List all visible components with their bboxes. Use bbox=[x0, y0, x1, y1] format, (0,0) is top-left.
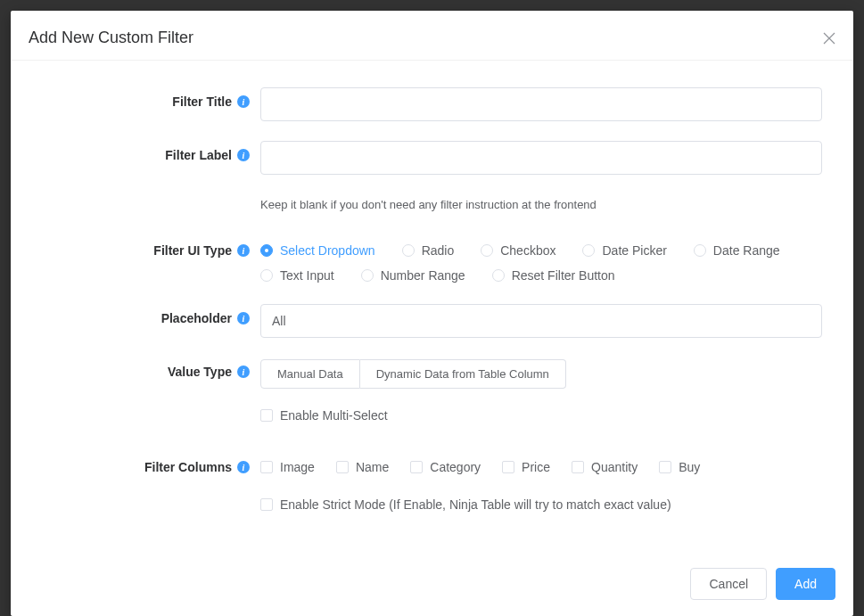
radio-checkbox[interactable]: Checkbox bbox=[481, 243, 555, 258]
checkbox-icon bbox=[260, 498, 273, 511]
filter-label-input[interactable] bbox=[260, 141, 822, 175]
row-filter-title: Filter Title i bbox=[42, 87, 822, 121]
label-ui-type: Filter UI Type i bbox=[42, 236, 260, 258]
row-filter-columns: Filter Columns i Image Name Category bbox=[42, 453, 822, 474]
info-icon[interactable]: i bbox=[237, 149, 250, 161]
label-filter-columns: Filter Columns i bbox=[42, 453, 260, 474]
info-icon[interactable]: i bbox=[237, 244, 250, 257]
add-button[interactable]: Add bbox=[776, 568, 835, 600]
checkbox-icon bbox=[410, 461, 423, 473]
column-category-checkbox[interactable]: Category bbox=[410, 460, 481, 474]
value-type-manual-button[interactable]: Manual Data bbox=[260, 359, 360, 389]
checkbox-icon bbox=[659, 461, 671, 473]
cancel-button[interactable]: Cancel bbox=[690, 568, 767, 600]
radio-circle-icon bbox=[402, 244, 415, 257]
row-strict-mode: Enable Strict Mode (If Enable, Ninja Tab… bbox=[42, 497, 822, 512]
radio-date-range[interactable]: Date Range bbox=[694, 243, 780, 258]
radio-select-dropdown[interactable]: Select Dropdown bbox=[260, 243, 375, 258]
label-filter-title: Filter Title i bbox=[42, 87, 260, 109]
column-price-checkbox[interactable]: Price bbox=[502, 460, 550, 474]
filter-label-help: Keep it blank if you don't need any filt… bbox=[260, 198, 822, 211]
radio-circle-icon bbox=[694, 244, 706, 257]
radio-text-input[interactable]: Text Input bbox=[260, 268, 334, 283]
radio-date-picker[interactable]: Date Picker bbox=[582, 243, 666, 258]
strict-mode-checkbox[interactable]: Enable Strict Mode (If Enable, Ninja Tab… bbox=[260, 497, 822, 512]
checkbox-icon bbox=[260, 461, 273, 473]
radio-circle-icon bbox=[481, 244, 493, 257]
radio-circle-icon bbox=[260, 244, 273, 257]
ui-type-radio-group: Select Dropdown Radio Checkbox Date Pick… bbox=[260, 236, 822, 293]
column-name-checkbox[interactable]: Name bbox=[336, 460, 389, 474]
close-icon[interactable] bbox=[823, 32, 835, 45]
row-multi-select: Enable Multi-Select bbox=[42, 408, 822, 423]
column-buy-checkbox[interactable]: Buy bbox=[659, 460, 700, 474]
info-icon[interactable]: i bbox=[237, 461, 250, 473]
filter-title-input[interactable] bbox=[260, 87, 822, 121]
modal-add-custom-filter: Add New Custom Filter Filter Title i Fil… bbox=[11, 11, 853, 616]
row-value-type: Value Type i Manual Data Dynamic Data fr… bbox=[42, 357, 822, 389]
modal-body: Filter Title i Filter Label i Keep it bl… bbox=[11, 61, 853, 554]
modal-header: Add New Custom Filter bbox=[11, 11, 853, 61]
info-icon[interactable]: i bbox=[237, 95, 250, 108]
modal-footer: Cancel Add bbox=[11, 554, 853, 616]
checkbox-icon bbox=[336, 461, 349, 473]
checkbox-icon bbox=[572, 461, 584, 473]
column-image-checkbox[interactable]: Image bbox=[260, 460, 315, 474]
row-placeholder: Placeholder i bbox=[42, 304, 822, 338]
radio-number-range[interactable]: Number Range bbox=[361, 268, 465, 283]
info-icon[interactable]: i bbox=[237, 365, 250, 378]
info-icon[interactable]: i bbox=[237, 312, 250, 324]
filter-columns-group: Image Name Category Price bbox=[260, 453, 822, 474]
modal-title: Add New Custom Filter bbox=[29, 29, 193, 47]
radio-circle-icon bbox=[492, 269, 505, 282]
column-quantity-checkbox[interactable]: Quantity bbox=[572, 460, 638, 474]
placeholder-input[interactable] bbox=[260, 304, 822, 338]
label-value-type: Value Type i bbox=[42, 357, 260, 379]
value-type-button-group: Manual Data Dynamic Data from Table Colu… bbox=[260, 359, 566, 389]
label-filter-label: Filter Label i bbox=[42, 141, 260, 162]
row-filter-label: Filter Label i Keep it blank if you don'… bbox=[42, 141, 822, 211]
radio-circle-icon bbox=[582, 244, 595, 257]
radio-reset-filter[interactable]: Reset Filter Button bbox=[492, 268, 615, 283]
value-type-dynamic-button[interactable]: Dynamic Data from Table Column bbox=[360, 359, 566, 389]
checkbox-icon bbox=[260, 409, 273, 422]
multi-select-checkbox[interactable]: Enable Multi-Select bbox=[260, 408, 822, 423]
radio-circle-icon bbox=[260, 269, 273, 282]
radio-radio[interactable]: Radio bbox=[402, 243, 455, 258]
radio-circle-icon bbox=[361, 269, 374, 282]
label-placeholder: Placeholder i bbox=[42, 304, 260, 325]
row-ui-type: Filter UI Type i Select Dropdown Radio bbox=[42, 236, 822, 293]
checkbox-icon bbox=[502, 461, 514, 473]
